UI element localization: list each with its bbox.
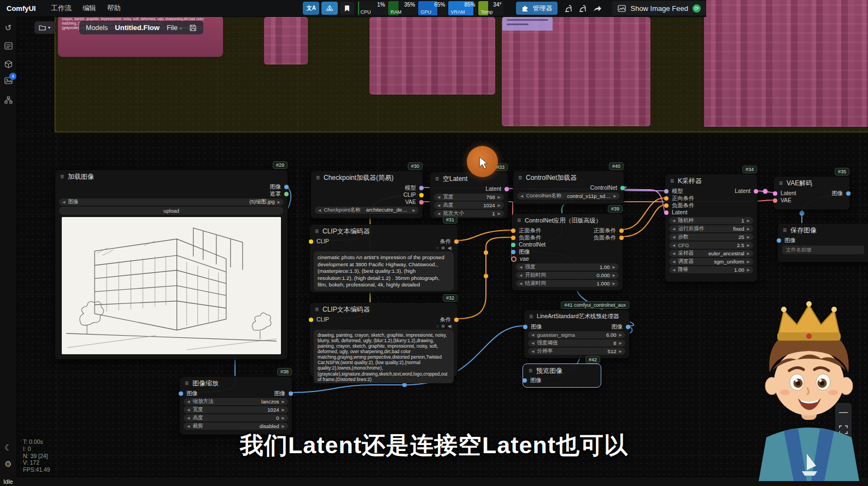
output-port[interactable] — [754, 189, 758, 194]
node-empty-latent[interactable]: #33 ≡空Latent Latent ◀宽度768▶ ◀高度1024▶ ◀批次… — [430, 172, 508, 219]
width-widget[interactable]: ◀宽度768▶ — [434, 194, 504, 201]
node-clip-encode-positive[interactable]: #31 ≡CLIP文本编码器 CLIP条件 ○⊞◀) cinematic pho… — [309, 224, 458, 293]
negative-prompt-textarea[interactable]: drawing, painting, crayon, sketch, graph… — [314, 330, 454, 383]
share-button[interactable] — [590, 2, 605, 15]
resolution-widget[interactable]: ◀分辨率512▶ — [528, 348, 625, 355]
sidebar-item-queue[interactable] — [0, 38, 16, 54]
node-menu-icon[interactable]: ≡ — [517, 216, 521, 224]
sidebar-item-model-library[interactable] — [0, 56, 16, 72]
node-title-bar[interactable]: ≡CLIP文本编码器 — [310, 225, 458, 238]
input-port[interactable] — [511, 229, 515, 233]
node-title-bar[interactable]: ≡图像缩放 — [180, 377, 292, 390]
pyramid-tool-button[interactable] — [321, 2, 338, 15]
node-title-bar[interactable]: ≡LineArtStandard艺术线预处理器 — [524, 310, 629, 323]
bookmark-button[interactable] — [340, 2, 354, 15]
node-vae-decode[interactable]: #35 ≡VAE解码 Latent图像 VAE — [773, 176, 850, 210]
height-widget[interactable]: ◀高度0▶ — [184, 414, 288, 421]
node-lineart-preprocessor[interactable]: #41 comfyui_controlnet_aux ≡LineArtStand… — [524, 309, 630, 359]
save-workflow-icon[interactable] — [189, 24, 197, 32]
sampler-widget[interactable]: ◀采样器euler_ancestral▶ — [669, 250, 753, 257]
node-preview-image[interactable]: #42 ≡预览图像 图像 — [523, 364, 601, 387]
node-menu-icon[interactable]: ≡ — [185, 379, 189, 387]
output-port[interactable] — [505, 187, 509, 191]
show-image-feed-toggle[interactable]: Show Image Feed ⟳ — [612, 1, 706, 15]
theme-toggle[interactable]: ☾ — [0, 440, 16, 456]
input-port[interactable] — [309, 318, 313, 322]
node-menu-icon[interactable]: ≡ — [435, 175, 439, 183]
height-widget[interactable]: ◀高度1024▶ — [434, 202, 504, 209]
speaker-icon[interactable]: ◀) — [448, 245, 452, 250]
output-port[interactable] — [846, 191, 851, 196]
input-port[interactable] — [523, 325, 527, 329]
filename-prefix-field[interactable]: 文件名前缀 — [782, 245, 864, 254]
workflow-folder-button[interactable]: ▼ — [34, 21, 55, 34]
crop-widget[interactable]: ◀裁剪disabled▶ — [184, 423, 288, 430]
cfg-widget[interactable]: ◀CFG2.5▶ — [669, 242, 753, 249]
control-after-generate-widget[interactable]: ◀运行后操作fixed▶ — [669, 225, 753, 232]
node-checkpoint-loader[interactable]: #30 ≡Checkpoint加载器(简易) 模型 CLIP VAE ◀Chec… — [310, 171, 423, 219]
menu-edit[interactable]: 编辑 — [83, 4, 96, 13]
output-port[interactable] — [284, 192, 289, 196]
upscale-method-widget[interactable]: ◀缩放方法lanczos▶ — [184, 398, 288, 405]
pin-icon[interactable]: ○ — [436, 245, 439, 250]
menu-workflow[interactable]: 工作流 — [51, 4, 72, 13]
sidebar-item-gallery[interactable]: 4 — [0, 72, 16, 89]
input-port[interactable] — [511, 236, 515, 240]
grid-icon[interactable]: ⊞ — [441, 324, 444, 329]
node-menu-icon[interactable]: ≡ — [783, 226, 787, 234]
scheduler-widget[interactable]: ◀调度器sgm_uniform▶ — [669, 258, 753, 265]
output-port[interactable] — [620, 186, 625, 190]
input-port[interactable] — [773, 191, 777, 196]
output-port[interactable] — [419, 193, 424, 197]
input-port[interactable] — [664, 196, 668, 201]
node-menu-icon[interactable]: ≡ — [529, 367, 532, 374]
file-menu[interactable]: File ˅ — [167, 24, 182, 32]
controlnet-combo-widget[interactable]: ◀ControlNet名称control_v11p_sd15_lineart.p… — [517, 192, 620, 200]
grid-icon[interactable]: ⊞ — [441, 245, 444, 250]
checkpoint-combo-widget[interactable]: ◀Checkpoint名称architecutre_design元线稿-Yuan… — [315, 207, 419, 214]
node-controlnet-apply[interactable]: #39 ≡ControlNet应用（旧版高级） 正面条件正面条件 负面条件负面条… — [512, 213, 623, 291]
output-port[interactable] — [454, 318, 459, 322]
input-port[interactable] — [179, 391, 183, 396]
vacuum-button[interactable] — [562, 2, 576, 15]
node-image-scale[interactable]: #38 ≡图像缩放 图像图像 ◀缩放方法lanczos▶ ◀宽度1024▶ ◀高… — [179, 376, 292, 435]
node-ksampler[interactable]: #34 ≡K采样器 模型Latent 正向条件 负面条件 Latent ◀随机种… — [665, 174, 758, 282]
workflow-toolbar[interactable]: Models Untitled.Flow File ˅ — [79, 21, 203, 34]
steps-widget[interactable]: ◀步数25▶ — [669, 233, 753, 241]
node-controlnet-loader[interactable]: #40 ≡ControlNet加载器 ControlNet ◀ControlNe… — [513, 171, 624, 204]
speaker-icon[interactable]: ◀) — [448, 324, 452, 329]
pin-icon[interactable]: ○ — [436, 324, 439, 329]
gaussian-sigma-widget[interactable]: ◀guassian_sigma6.00▶ — [528, 331, 625, 338]
end-percent-widget[interactable]: ◀结束时间1.000▶ — [516, 280, 619, 287]
output-port[interactable] — [454, 239, 459, 244]
node-menu-icon[interactable]: ≡ — [518, 174, 522, 181]
manager-button[interactable]: 管理器 — [516, 2, 558, 15]
vacuum-button-2[interactable] — [576, 2, 590, 15]
output-port[interactable] — [626, 325, 630, 329]
translate-button[interactable]: 文A — [303, 2, 319, 15]
node-menu-icon[interactable]: ≡ — [315, 306, 319, 313]
input-port[interactable] — [777, 238, 781, 243]
input-port[interactable] — [664, 203, 668, 208]
node-title-bar[interactable]: ≡预览图像 — [524, 365, 600, 377]
node-menu-icon[interactable]: ≡ — [316, 174, 320, 181]
intensity-threshold-widget[interactable]: ◀强度阈值8▶ — [528, 339, 625, 347]
node-menu-icon[interactable]: ≡ — [670, 177, 674, 185]
input-port[interactable] — [664, 189, 668, 194]
output-port[interactable] — [619, 229, 624, 233]
output-port[interactable] — [419, 200, 424, 204]
refresh-icon[interactable]: ⟳ — [693, 4, 701, 13]
node-title-bar[interactable]: ≡空Latent — [430, 172, 508, 185]
node-save-image[interactable]: ≡保存图像 图像 文件名前缀 — [777, 223, 868, 262]
node-title-bar[interactable]: ≡加载图像 — [55, 170, 288, 183]
node-title-bar[interactable]: ≡保存图像 — [778, 224, 868, 237]
input-port[interactable] — [511, 243, 515, 247]
input-port[interactable] — [309, 239, 313, 244]
node-load-image[interactable]: #29 ≡加载图像 图像 遮罩 ◀图像(5)缩图.jpg▶ upload — [55, 169, 288, 360]
node-title-bar[interactable]: ≡CLIP文本编码器 — [310, 303, 458, 316]
output-port[interactable] — [289, 391, 293, 396]
upload-button[interactable]: upload — [59, 207, 284, 215]
seed-widget[interactable]: ◀随机种1▶ — [669, 217, 753, 224]
positive-prompt-textarea[interactable]: cinematic photo An artist's impression o… — [314, 251, 454, 291]
output-port[interactable] — [419, 186, 424, 190]
